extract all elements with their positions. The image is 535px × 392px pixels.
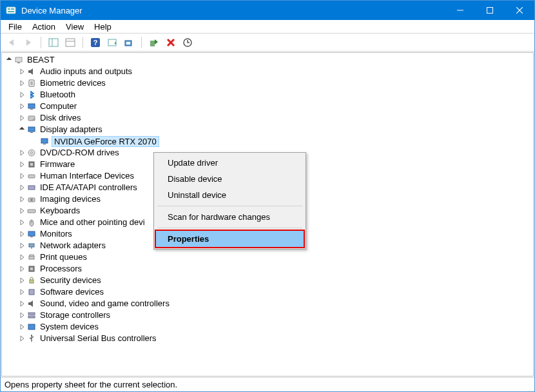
tree-twisty-icon[interactable]: [17, 321, 26, 333]
tree-twisty-icon[interactable]: [17, 205, 26, 217]
menu-view[interactable]: View: [61, 21, 89, 32]
context-disable-device[interactable]: Disable device: [156, 171, 304, 187]
svg-rect-48: [30, 237, 33, 237]
tree-item-bluetooth[interactable]: Bluetooth: [5, 89, 530, 101]
tree-twisty-icon[interactable]: [17, 66, 26, 77]
menu-help[interactable]: Help: [89, 21, 117, 32]
svg-rect-1: [8, 8, 10, 10]
svg-rect-34: [43, 144, 46, 144]
tree-item-nvidia-geforce-rtx-2070[interactable]: NVIDIA GeForce RTX 2070: [5, 135, 530, 147]
toolbar-separator: [141, 37, 142, 48]
optical-icon: [26, 148, 37, 158]
context-update-driver[interactable]: Update driver: [156, 155, 304, 171]
tree-item-audio-inputs-and-outputs[interactable]: Audio inputs and outputs: [5, 66, 530, 77]
menu-file[interactable]: File: [3, 21, 27, 32]
tree-item-sound-video-and-game-controllers[interactable]: Sound, video and game controllers: [5, 298, 530, 309]
tree-twisty-icon[interactable]: [17, 240, 26, 251]
tree-item-label: Monitors: [39, 228, 73, 240]
context-scan-hardware[interactable]: Scan for hardware changes: [156, 209, 304, 225]
tree-item-security-devices[interactable]: Security devices: [5, 275, 530, 286]
tree-twisty-icon[interactable]: [17, 147, 26, 159]
tree-item-label: Disk drives: [39, 112, 83, 124]
tree-item-universal-serial-bus-controllers[interactable]: Universal Serial Bus controllers: [5, 333, 530, 344]
action-button[interactable]: [105, 35, 119, 50]
tree-item-label: Sound, video and game controllers: [39, 298, 171, 309]
enable-device-button[interactable]: [147, 35, 161, 50]
tree-item-label: Computer: [39, 101, 78, 112]
svg-rect-56: [29, 289, 34, 295]
tree-twisty-icon[interactable]: [5, 54, 14, 66]
tree-twisty-icon[interactable]: [17, 228, 26, 240]
tree-twisty-icon[interactable]: [17, 124, 26, 135]
tree-twisty-icon[interactable]: [17, 101, 26, 112]
tree-item-label: Biometric devices: [39, 77, 107, 89]
tree-twisty-icon[interactable]: [17, 298, 26, 309]
status-text: Opens property sheet for the current sel…: [5, 380, 177, 389]
tree-item-system-devices[interactable]: System devices: [5, 321, 530, 333]
tree-item-disk-drives[interactable]: Disk drives: [5, 112, 530, 124]
svg-rect-28: [30, 109, 33, 110]
svg-rect-3: [8, 11, 14, 12]
tree-item-print-queues[interactable]: Print queues: [5, 251, 530, 263]
svg-rect-58: [28, 316, 35, 318]
tree-twisty-icon[interactable]: [17, 77, 26, 89]
tree-root[interactable]: BEAST: [5, 54, 530, 66]
menu-action[interactable]: Action: [27, 21, 61, 32]
toolbar-separator: [83, 37, 83, 48]
tree-twisty-icon[interactable]: [17, 159, 26, 170]
update-driver-button[interactable]: [180, 35, 195, 50]
tree-item-storage-controllers[interactable]: Storage controllers: [5, 309, 530, 321]
app-icon: [6, 5, 16, 15]
tree-twisty-icon[interactable]: [17, 286, 26, 298]
keyboard-icon: [26, 206, 37, 216]
tree-twisty-icon[interactable]: [17, 182, 26, 193]
tree-item-display-adapters[interactable]: Display adapters: [5, 124, 530, 135]
properties-pane-button[interactable]: [63, 35, 77, 50]
tree-item-label: DVD/CD-ROM drives: [39, 147, 121, 159]
tree-twisty-icon[interactable]: [17, 309, 26, 321]
tree-twisty-icon[interactable]: [17, 275, 26, 286]
speaker-icon: [26, 66, 37, 77]
monitor-icon: [26, 229, 37, 239]
maximize-button[interactable]: [475, 1, 505, 20]
uninstall-device-button[interactable]: [164, 35, 178, 50]
minimize-button[interactable]: [445, 1, 475, 20]
tree-item-label: BEAST: [26, 54, 56, 66]
tree-twisty-icon[interactable]: [17, 89, 26, 101]
tree-twisty-icon[interactable]: [17, 193, 26, 205]
tree-twisty-icon[interactable]: [17, 112, 26, 124]
svg-rect-21: [15, 57, 22, 62]
cpu-icon: [26, 264, 37, 274]
tree-item-label: Audio inputs and outputs: [39, 66, 133, 77]
svg-rect-8: [49, 39, 58, 46]
help-button[interactable]: ?: [88, 35, 102, 50]
context-uninstall-device[interactable]: Uninstall device: [156, 187, 304, 203]
tree-item-label: Firmware: [39, 159, 76, 170]
svg-rect-29: [28, 116, 35, 121]
system-icon: [26, 322, 37, 332]
svg-rect-57: [28, 313, 35, 315]
forward-button[interactable]: [21, 35, 35, 50]
device-tree-pane[interactable]: BEASTAudio inputs and outputsBiometric d…: [1, 52, 534, 377]
tree-item-label: Processors: [39, 263, 83, 275]
tree-twisty-icon[interactable]: [30, 135, 39, 147]
context-menu: Update driver Disable device Uninstall d…: [153, 152, 306, 250]
svg-rect-17: [150, 41, 155, 46]
svg-rect-2: [11, 8, 14, 10]
tree-twisty-icon[interactable]: [17, 170, 26, 182]
scan-hardware-button[interactable]: [122, 35, 136, 50]
tree-twisty-icon[interactable]: [17, 263, 26, 275]
tree-item-processors[interactable]: Processors: [5, 263, 530, 275]
tree-item-software-devices[interactable]: Software devices: [5, 286, 530, 298]
tree-twisty-icon[interactable]: [17, 217, 26, 228]
back-button[interactable]: [5, 35, 19, 50]
svg-rect-51: [29, 256, 34, 259]
tree-item-biometric-devices[interactable]: Biometric devices: [5, 77, 530, 89]
context-properties[interactable]: Properties: [155, 230, 305, 248]
show-hide-tree-button[interactable]: [46, 35, 61, 50]
tree-twisty-icon[interactable]: [17, 251, 26, 263]
svg-rect-40: [28, 186, 35, 190]
tree-twisty-icon[interactable]: [17, 333, 26, 344]
tree-item-computer[interactable]: Computer: [5, 101, 530, 112]
close-button[interactable]: [505, 1, 534, 20]
